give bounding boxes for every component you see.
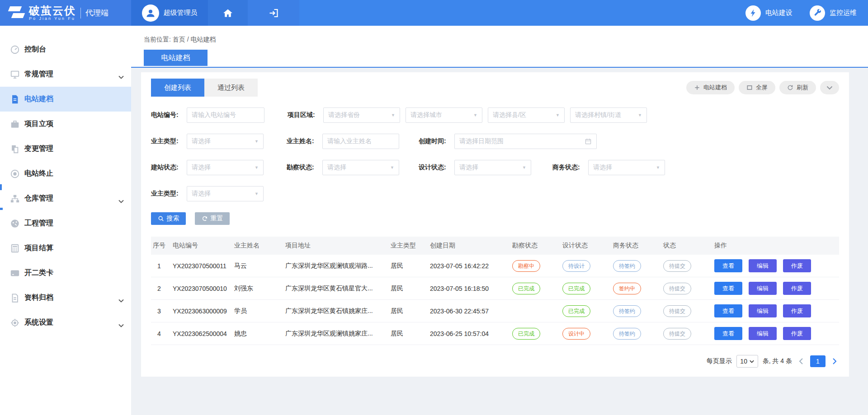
city-select[interactable]: 请选择城市▼	[406, 107, 482, 123]
sidebar-item-label: 变更管理	[24, 144, 53, 154]
search-button[interactable]: 搜索	[151, 212, 186, 225]
prev-page-button[interactable]	[797, 358, 806, 365]
view-button[interactable]: 查看	[714, 327, 742, 340]
design-status-label: 设计状态:	[419, 163, 454, 172]
owner-type2-select[interactable]: 请选择▼	[187, 186, 264, 201]
refresh-button[interactable]: 刷新	[779, 81, 816, 94]
nav-station-build[interactable]: 电站建设	[745, 5, 793, 21]
build-status-select[interactable]: 请选择▼	[187, 160, 264, 175]
sidebar-item-label: 仓库管理	[24, 194, 53, 203]
breadcrumb-home-link[interactable]: 首页	[173, 36, 185, 43]
monitor-icon	[10, 70, 20, 79]
nav-monitor-ops[interactable]: 监控运维	[810, 5, 857, 21]
sidebar-item-project-settlement[interactable]: 项目结算	[0, 236, 131, 261]
logout-icon	[268, 8, 279, 19]
town-select[interactable]: 请选择村镇/街道▼	[570, 107, 647, 123]
owner-name-input[interactable]: 请输入业主姓名	[322, 134, 399, 149]
archive-icon	[10, 293, 20, 303]
owner-type: 居民	[389, 262, 428, 270]
brand-subtitle: Po Jian Yun Fu	[29, 16, 76, 21]
sidebar-item-open-type2-card[interactable]: 开二类卡	[0, 261, 131, 285]
page-tab-station-archive: 电站建档	[144, 50, 208, 66]
brand-logo-icon	[7, 4, 26, 22]
home-button[interactable]	[208, 0, 248, 26]
sidebar-item-label: 项目立项	[24, 119, 53, 129]
breadcrumb-band: 当前位置: 首页 / 电站建档 电站建档	[131, 26, 868, 68]
survey-status-select[interactable]: 请选择▼	[322, 160, 399, 175]
copy-icon	[10, 144, 20, 154]
chevron-down-icon	[118, 296, 124, 304]
owner-type-select[interactable]: 请选择▼	[187, 134, 264, 149]
created-date: 2023-06-25 10:57:04	[428, 330, 510, 337]
province-select[interactable]: 请选择省份▼	[323, 107, 400, 123]
briefcase-icon	[10, 119, 20, 129]
sidebar-item-console[interactable]: 控制台	[0, 37, 131, 62]
project-address: 广东深圳龙华区观澜镇观湖路...	[283, 262, 389, 270]
user-menu[interactable]: 超级管理员	[131, 0, 208, 26]
sidebar-item-warehouse-mgmt[interactable]: 仓库管理	[0, 186, 131, 211]
void-button[interactable]: 作废	[783, 282, 811, 295]
select-caret-icon: ▼	[522, 165, 526, 170]
owner-type-label: 业主类型:	[151, 137, 187, 145]
calculator-icon	[10, 243, 20, 253]
sidebar-item-system-settings[interactable]: 系统设置	[0, 310, 131, 335]
status-badge: 待提交	[663, 305, 691, 317]
owner-type2-label: 业主类型:	[151, 190, 187, 198]
next-page-button[interactable]	[830, 358, 839, 365]
edit-button[interactable]: 编辑	[749, 304, 777, 317]
sidebar-item-project-initiation[interactable]: 项目立项	[0, 112, 131, 136]
gear-icon	[10, 318, 20, 328]
sidebar-accent-tick	[0, 184, 2, 190]
owner-name: 刘强东	[232, 284, 283, 293]
create-station-button[interactable]: 电站建档	[686, 81, 735, 94]
date-range-input[interactable]: 请选择日期范围	[454, 134, 597, 149]
table-row: 3 YX2023063000009 学员 广东深圳龙华区黄石镇姚家庄... 居民…	[151, 300, 839, 322]
station-code: YX2023062500004	[171, 330, 232, 337]
void-button[interactable]: 作废	[783, 259, 811, 272]
sidebar-item-label: 电站终止	[24, 169, 53, 178]
fullscreen-button[interactable]: 全屏	[739, 81, 775, 94]
view-button[interactable]: 查看	[714, 282, 742, 295]
void-button[interactable]: 作废	[783, 327, 811, 340]
edit-button[interactable]: 编辑	[749, 282, 777, 295]
logout-button[interactable]	[248, 0, 299, 26]
edit-button[interactable]: 编辑	[749, 327, 777, 340]
project-address: 广东深圳龙华区观澜镇姚家庄...	[283, 330, 389, 338]
select-caret-icon: ▼	[556, 113, 560, 117]
view-button[interactable]: 查看	[714, 304, 742, 317]
page-number-current[interactable]: 1	[810, 355, 826, 367]
business-status-badge: 签约中	[613, 283, 641, 294]
sidebar-item-label: 项目结算	[24, 243, 53, 253]
sidebar-item-label: 控制台	[24, 45, 46, 54]
sidebar-item-change-mgmt[interactable]: 变更管理	[0, 136, 131, 161]
view-button[interactable]: 查看	[714, 259, 742, 272]
chevron-left-icon	[798, 358, 804, 365]
user-icon	[145, 8, 156, 19]
nav-monitor-ops-label: 监控运维	[830, 9, 857, 17]
station-archive-panel: 创建列表 通过列表 电站建档 全屏	[141, 72, 849, 377]
edit-button[interactable]: 编辑	[749, 259, 777, 272]
sidebar-item-station-archive[interactable]: 电站建档	[0, 87, 131, 112]
business-status-badge: 待签约	[613, 305, 641, 317]
sidebar-item-data-archive[interactable]: 资料归档	[0, 285, 131, 310]
status-badge: 待提交	[663, 260, 691, 272]
county-select[interactable]: 请选择县/区▼	[488, 107, 565, 123]
sidebar-item-general-mgmt[interactable]: 常规管理	[0, 62, 131, 87]
wrench-icon	[810, 5, 825, 21]
collapse-toolbar-button[interactable]	[820, 81, 839, 94]
tab-create-list[interactable]: 创建列表	[151, 79, 204, 97]
tab-passed-list[interactable]: 通过列表	[204, 79, 258, 97]
void-button[interactable]: 作废	[783, 304, 811, 317]
design-status-select[interactable]: 请选择▼	[454, 160, 531, 175]
business-status-select[interactable]: 请选择▼	[588, 160, 665, 175]
select-caret-icon: ▼	[255, 139, 259, 144]
chevron-down-icon	[118, 73, 124, 81]
owner-name: 学员	[232, 307, 283, 315]
sidebar-item-engineering-mgmt[interactable]: 工程管理	[0, 211, 131, 236]
station-code-input[interactable]: 请输入电站编号	[187, 107, 264, 123]
sidebar-item-station-termination[interactable]: 电站终止	[0, 161, 131, 186]
per-page-select[interactable]: 10	[736, 355, 758, 368]
status-badge: 待提交	[663, 328, 691, 340]
reset-button[interactable]: 重置	[195, 212, 230, 225]
brand-logo: 破茧云伏 Po Jian Yun Fu 代理端	[0, 0, 131, 26]
